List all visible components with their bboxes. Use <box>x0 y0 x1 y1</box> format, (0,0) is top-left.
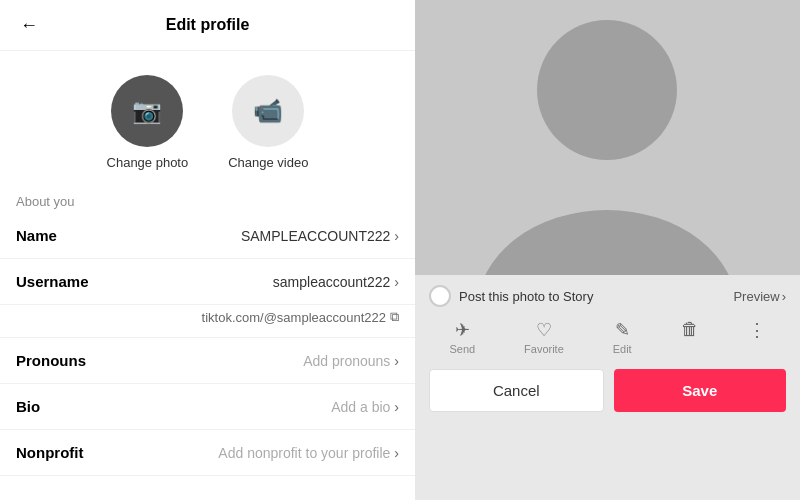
change-video-label: Change video <box>228 155 308 170</box>
change-video-option[interactable]: 📹 Change video <box>228 75 308 170</box>
more-action[interactable]: ⋮ <box>748 319 766 355</box>
pronouns-value-group: Add pronouns › <box>303 353 399 369</box>
left-panel: ← Edit profile 📷 Change photo 📹 Change v… <box>0 0 415 500</box>
username-link-text: tiktok.com/@sampleaccount222 <box>202 310 386 325</box>
favorite-action[interactable]: ♡ Favorite <box>524 319 564 355</box>
change-video-circle: 📹 <box>232 75 304 147</box>
name-value-group: SAMPLEACCOUNT222 › <box>241 228 399 244</box>
edit-label: Edit <box>613 343 632 355</box>
bio-label: Bio <box>16 398 40 415</box>
action-icons-row: ✈ Send ♡ Favorite ✎ Edit 🗑 ⋮ <box>415 313 800 363</box>
username-value: sampleaccount222 <box>273 274 391 290</box>
video-icon: 📹 <box>253 97 283 125</box>
pronouns-value: Add pronouns <box>303 353 390 369</box>
username-value-group: sampleaccount222 › <box>273 274 399 290</box>
delete-icon: 🗑 <box>681 319 699 340</box>
nonprofit-row[interactable]: Nonprofit Add nonprofit to your profile … <box>0 430 415 476</box>
username-label: Username <box>16 273 89 290</box>
more-icon: ⋮ <box>748 319 766 341</box>
change-photo-circle: 📷 <box>111 75 183 147</box>
avatar-svg <box>415 0 800 275</box>
send-label: Send <box>449 343 475 355</box>
change-photo-label: Change photo <box>107 155 189 170</box>
edit-icon: ✎ <box>615 319 630 341</box>
pronouns-row[interactable]: Pronouns Add pronouns › <box>0 338 415 384</box>
buttons-row: Cancel Save <box>415 363 800 424</box>
name-label: Name <box>16 227 57 244</box>
story-row: Post this photo to Story Preview › <box>415 275 800 313</box>
save-button[interactable]: Save <box>614 369 787 412</box>
copy-icon[interactable]: ⧉ <box>390 309 399 325</box>
story-toggle[interactable] <box>429 285 451 307</box>
story-text: Post this photo to Story <box>459 289 593 304</box>
nonprofit-label: Nonprofit <box>16 444 83 461</box>
favorite-label: Favorite <box>524 343 564 355</box>
bio-value: Add a bio <box>331 399 390 415</box>
photo-section: 📷 Change photo 📹 Change video <box>0 51 415 186</box>
right-panel: Post this photo to Story Preview › ✈ Sen… <box>415 0 800 500</box>
change-photo-option[interactable]: 📷 Change photo <box>107 75 189 170</box>
favorite-icon: ♡ <box>536 319 552 341</box>
header: ← Edit profile <box>0 0 415 51</box>
delete-action[interactable]: 🗑 <box>681 319 699 355</box>
nonprofit-chevron-icon: › <box>394 445 399 461</box>
username-link-row: tiktok.com/@sampleaccount222 ⧉ <box>0 305 415 338</box>
username-link-group: tiktok.com/@sampleaccount222 ⧉ <box>202 309 399 325</box>
preview-button[interactable]: Preview › <box>733 289 786 304</box>
send-icon: ✈ <box>455 319 470 341</box>
camera-icon: 📷 <box>132 97 162 125</box>
avatar-large <box>415 0 800 275</box>
username-chevron-icon: › <box>394 274 399 290</box>
bio-value-group: Add a bio › <box>331 399 399 415</box>
back-button[interactable]: ← <box>16 11 42 40</box>
story-left: Post this photo to Story <box>429 285 593 307</box>
pronouns-label: Pronouns <box>16 352 86 369</box>
nonprofit-value-group: Add nonprofit to your profile › <box>218 445 399 461</box>
username-row[interactable]: Username sampleaccount222 › <box>0 259 415 305</box>
edit-action[interactable]: ✎ Edit <box>613 319 632 355</box>
svg-point-1 <box>537 20 677 160</box>
cancel-button[interactable]: Cancel <box>429 369 604 412</box>
nonprofit-value: Add nonprofit to your profile <box>218 445 390 461</box>
pronouns-chevron-icon: › <box>394 353 399 369</box>
page-title: Edit profile <box>166 16 250 34</box>
bio-chevron-icon: › <box>394 399 399 415</box>
send-action[interactable]: ✈ Send <box>449 319 475 355</box>
preview-chevron-icon: › <box>782 289 786 304</box>
preview-label: Preview <box>733 289 779 304</box>
bottom-overlay: Post this photo to Story Preview › ✈ Sen… <box>415 275 800 500</box>
name-row[interactable]: Name SAMPLEACCOUNT222 › <box>0 213 415 259</box>
name-value: SAMPLEACCOUNT222 <box>241 228 390 244</box>
name-chevron-icon: › <box>394 228 399 244</box>
about-you-label: About you <box>0 186 415 213</box>
bio-row[interactable]: Bio Add a bio › <box>0 384 415 430</box>
